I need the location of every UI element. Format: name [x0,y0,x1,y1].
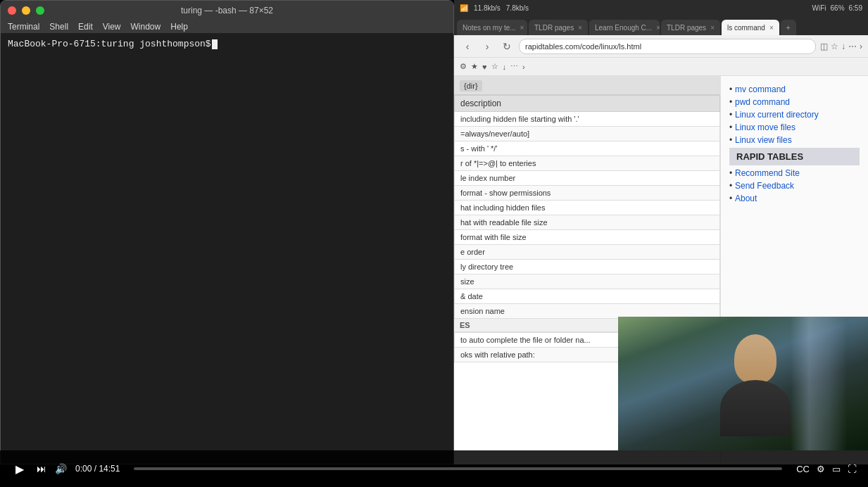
settings-icon: ⚙ [817,464,825,474]
terminal-menu-terminal[interactable]: Terminal [8,22,39,32]
section-label: ES [460,321,470,329]
row-desc: size [455,274,720,289]
terminal-prompt: MacBook-Pro-6715:turing joshthompson$ [8,39,446,49]
tab-tldr-label: TLDR pages [534,24,574,32]
sys-network-icon: 📶 [460,4,468,12]
tab-tldr2[interactable]: TLDR pages × [661,20,720,35]
tab-enough[interactable]: Learn Enough C... × [589,20,660,35]
table-row: hat with readable file size [455,215,720,230]
terminal-title: turing — -bash — 87×52 [181,6,273,15]
video-player-bar: ▶ ⏭ 🔊 0:00 / 14:51 CC ⚙ ▭ ⛶ [0,450,868,487]
theater-icon: ▭ [832,464,841,474]
play-icon: ▶ [15,462,24,476]
ext-icon-5[interactable]: ↓ [503,63,507,71]
sidebar-link-recommend[interactable]: Recommend Site [729,168,860,178]
table-row: ly directory tree [455,260,720,274]
toolbar-icons: ◫ ☆ ↓ ⋯ › [820,42,862,51]
sidebar-link-feedback[interactable]: Send Feedback [729,181,860,191]
terminal-menu-edit[interactable]: Edit [78,22,93,32]
tab-tldr[interactable]: TLDR pages × [529,20,588,35]
terminal-menu-view[interactable]: View [103,22,121,32]
ext-icon-1[interactable]: ⚙ [460,62,467,71]
terminal-titlebar: turing — -bash — 87×52 [1,1,453,20]
time-current: 0:00 [75,464,92,474]
bookmark-icon[interactable]: ☆ [831,42,838,51]
ext-icon-2[interactable]: ★ [471,62,478,71]
ext-icon-6[interactable]: ⋯ [510,62,518,71]
sidebar-link-move-files[interactable]: Linux move files [729,122,860,132]
table-row: format - show permissions [455,186,720,201]
tab-notes[interactable]: Notes on my te... × [457,20,527,35]
fullscreen-button[interactable]: ⛶ [848,464,857,474]
progress-bar[interactable] [134,467,782,470]
tab-new[interactable]: + [781,20,796,35]
terminal-menu-window[interactable]: Window [131,22,161,32]
url-bar[interactable]: rapidtables.com/code/linux/ls.html [519,39,816,54]
row-desc: r of *|=>@| to enteries [455,156,720,171]
chevron-icon[interactable]: › [860,42,862,51]
terminal-body[interactable]: MacBook-Pro-6715:turing joshthompson$ [1,33,453,464]
terminal-menu-bar: Terminal Shell Edit View Window Help [1,20,453,33]
ext-icon-3[interactable]: ♥ [482,63,487,71]
settings-button[interactable]: ⚙ [817,464,825,474]
row-desc: & date [455,289,720,304]
table-row: s - with ' */' [455,141,720,156]
tab-enough-close[interactable]: × [656,24,660,32]
tab-tldr2-close[interactable]: × [710,24,715,32]
tab-tldr-close[interactable]: × [578,24,582,32]
row-desc: hat including hidden files [455,201,720,215]
play-button[interactable]: ▶ [11,462,28,476]
volume-button[interactable]: 🔊 [55,463,67,474]
ext-icon-4[interactable]: ☆ [491,62,498,71]
time-total: 14:51 [99,464,120,474]
ext-icon-7[interactable]: › [522,63,525,71]
tab-notes-close[interactable]: × [520,24,524,32]
cc-button[interactable]: CC [796,464,810,474]
row-desc: =always/never/auto] [455,127,720,141]
tab-notes-label: Notes on my te... [463,24,516,32]
time-display: 0:00 / 14:51 [75,464,120,474]
tab-ls-close[interactable]: × [769,24,774,32]
sys-bar-left: 📶 11.8kb/s 7.8kb/s [460,4,529,12]
skip-icon: ⏭ [37,463,46,474]
terminal-menu-help[interactable]: Help [170,22,188,32]
close-button[interactable] [8,6,16,15]
browser-tabs: Notes on my te... × TLDR pages × Learn E… [454,15,868,35]
sys-battery: 66% [831,4,845,12]
row-desc: s - with ' */' [455,141,720,156]
minimize-button[interactable] [22,6,30,15]
browser-second-row: ⚙ ★ ♥ ☆ ↓ ⋯ › [454,58,868,76]
sys-wifi: WiFi [812,4,826,12]
tab-new-label: + [786,24,791,32]
sidebar-link-current-dir[interactable]: Linux current directory [729,110,860,120]
back-button[interactable]: ‹ [460,39,475,54]
table-row: e order [455,245,720,260]
table-row: including hidden file starting with '.' [455,112,720,127]
tab-tldr2-label: TLDR pages [667,24,706,32]
sidebar-link-mv[interactable]: mv command [729,84,860,94]
extensions-icon[interactable]: ◫ [820,42,828,51]
table-row: =always/never/auto] [455,127,720,141]
terminal-menu-shell[interactable]: Shell [49,22,68,32]
forward-button[interactable]: › [479,39,495,54]
filter-label: {dir} [460,80,482,91]
maximize-button[interactable] [36,6,44,15]
sidebar-link-about[interactable]: About [729,194,860,203]
reload-button[interactable]: ↻ [499,39,515,54]
fullscreen-icon: ⛶ [848,464,857,474]
sidebar-link-pwd[interactable]: pwd command [729,97,860,107]
rapid-tables-section: RAPID TABLES [729,148,860,165]
row-desc: ly directory tree [455,260,720,274]
sidebar-link-view-files[interactable]: Linux view files [729,135,860,145]
sys-time: 6:59 [849,4,862,12]
sys-bar-right: WiFi 66% 6:59 [812,4,862,12]
theater-button[interactable]: ▭ [832,464,841,474]
more-icon[interactable]: ⋯ [848,42,857,51]
browser-toolbar: ‹ › ↻ rapidtables.com/code/linux/ls.html… [454,35,868,58]
skip-button[interactable]: ⏭ [37,463,46,474]
prompt-text: MacBook-Pro-6715:turing joshthompson$ [8,39,211,49]
tab-ls[interactable]: ls command × [722,20,779,35]
tab-enough-label: Learn Enough C... [595,24,652,32]
download-icon[interactable]: ↓ [841,42,845,51]
terminal-window: turing — -bash — 87×52 Terminal Shell Ed… [0,0,454,464]
